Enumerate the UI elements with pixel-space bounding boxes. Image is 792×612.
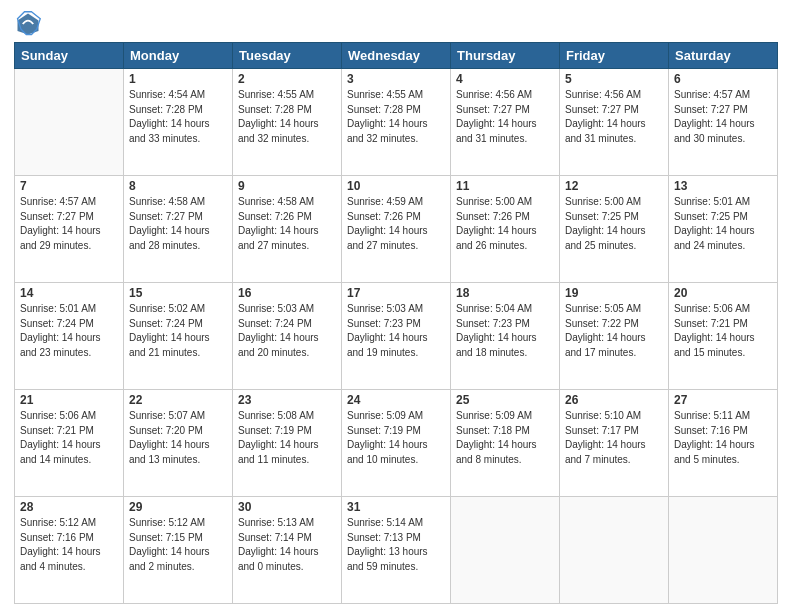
calendar-cell xyxy=(15,69,124,176)
cell-info: Sunrise: 4:59 AMSunset: 7:26 PMDaylight:… xyxy=(347,195,445,253)
cell-info: Sunrise: 4:54 AMSunset: 7:28 PMDaylight:… xyxy=(129,88,227,146)
calendar-cell xyxy=(451,497,560,604)
cell-info: Sunrise: 5:00 AMSunset: 7:25 PMDaylight:… xyxy=(565,195,663,253)
cell-info: Sunrise: 5:04 AMSunset: 7:23 PMDaylight:… xyxy=(456,302,554,360)
calendar-row-4: 28Sunrise: 5:12 AMSunset: 7:16 PMDayligh… xyxy=(15,497,778,604)
calendar-cell xyxy=(669,497,778,604)
day-number: 18 xyxy=(456,286,554,300)
day-number: 21 xyxy=(20,393,118,407)
cell-info: Sunrise: 4:58 AMSunset: 7:26 PMDaylight:… xyxy=(238,195,336,253)
cell-info: Sunrise: 4:57 AMSunset: 7:27 PMDaylight:… xyxy=(20,195,118,253)
day-number: 31 xyxy=(347,500,445,514)
calendar-cell xyxy=(560,497,669,604)
calendar-cell: 28Sunrise: 5:12 AMSunset: 7:16 PMDayligh… xyxy=(15,497,124,604)
cell-info: Sunrise: 4:57 AMSunset: 7:27 PMDaylight:… xyxy=(674,88,772,146)
calendar-cell: 30Sunrise: 5:13 AMSunset: 7:14 PMDayligh… xyxy=(233,497,342,604)
cell-info: Sunrise: 4:56 AMSunset: 7:27 PMDaylight:… xyxy=(565,88,663,146)
calendar-cell: 20Sunrise: 5:06 AMSunset: 7:21 PMDayligh… xyxy=(669,283,778,390)
cell-info: Sunrise: 5:11 AMSunset: 7:16 PMDaylight:… xyxy=(674,409,772,467)
cell-info: Sunrise: 4:55 AMSunset: 7:28 PMDaylight:… xyxy=(238,88,336,146)
day-number: 26 xyxy=(565,393,663,407)
col-header-friday: Friday xyxy=(560,43,669,69)
calendar-cell: 13Sunrise: 5:01 AMSunset: 7:25 PMDayligh… xyxy=(669,176,778,283)
calendar-cell: 2Sunrise: 4:55 AMSunset: 7:28 PMDaylight… xyxy=(233,69,342,176)
cell-info: Sunrise: 5:09 AMSunset: 7:18 PMDaylight:… xyxy=(456,409,554,467)
day-number: 29 xyxy=(129,500,227,514)
cell-info: Sunrise: 5:03 AMSunset: 7:23 PMDaylight:… xyxy=(347,302,445,360)
calendar-cell: 14Sunrise: 5:01 AMSunset: 7:24 PMDayligh… xyxy=(15,283,124,390)
day-number: 17 xyxy=(347,286,445,300)
calendar-cell: 21Sunrise: 5:06 AMSunset: 7:21 PMDayligh… xyxy=(15,390,124,497)
calendar-cell: 5Sunrise: 4:56 AMSunset: 7:27 PMDaylight… xyxy=(560,69,669,176)
calendar-row-0: 1Sunrise: 4:54 AMSunset: 7:28 PMDaylight… xyxy=(15,69,778,176)
calendar-cell: 31Sunrise: 5:14 AMSunset: 7:13 PMDayligh… xyxy=(342,497,451,604)
day-number: 11 xyxy=(456,179,554,193)
day-number: 22 xyxy=(129,393,227,407)
cell-info: Sunrise: 4:58 AMSunset: 7:27 PMDaylight:… xyxy=(129,195,227,253)
col-header-sunday: Sunday xyxy=(15,43,124,69)
calendar-table: SundayMondayTuesdayWednesdayThursdayFrid… xyxy=(14,42,778,604)
calendar-row-1: 7Sunrise: 4:57 AMSunset: 7:27 PMDaylight… xyxy=(15,176,778,283)
header xyxy=(14,10,778,38)
cell-info: Sunrise: 5:09 AMSunset: 7:19 PMDaylight:… xyxy=(347,409,445,467)
day-number: 5 xyxy=(565,72,663,86)
calendar-cell: 18Sunrise: 5:04 AMSunset: 7:23 PMDayligh… xyxy=(451,283,560,390)
calendar-row-2: 14Sunrise: 5:01 AMSunset: 7:24 PMDayligh… xyxy=(15,283,778,390)
calendar-cell: 17Sunrise: 5:03 AMSunset: 7:23 PMDayligh… xyxy=(342,283,451,390)
day-number: 15 xyxy=(129,286,227,300)
col-header-wednesday: Wednesday xyxy=(342,43,451,69)
day-number: 10 xyxy=(347,179,445,193)
calendar-cell: 29Sunrise: 5:12 AMSunset: 7:15 PMDayligh… xyxy=(124,497,233,604)
cell-info: Sunrise: 5:05 AMSunset: 7:22 PMDaylight:… xyxy=(565,302,663,360)
day-number: 28 xyxy=(20,500,118,514)
cell-info: Sunrise: 5:14 AMSunset: 7:13 PMDaylight:… xyxy=(347,516,445,574)
col-header-tuesday: Tuesday xyxy=(233,43,342,69)
page: SundayMondayTuesdayWednesdayThursdayFrid… xyxy=(0,0,792,612)
day-number: 25 xyxy=(456,393,554,407)
cell-info: Sunrise: 5:08 AMSunset: 7:19 PMDaylight:… xyxy=(238,409,336,467)
day-number: 9 xyxy=(238,179,336,193)
cell-info: Sunrise: 5:10 AMSunset: 7:17 PMDaylight:… xyxy=(565,409,663,467)
cell-info: Sunrise: 5:01 AMSunset: 7:25 PMDaylight:… xyxy=(674,195,772,253)
day-number: 16 xyxy=(238,286,336,300)
day-number: 7 xyxy=(20,179,118,193)
logo-icon xyxy=(14,10,42,38)
calendar-cell: 10Sunrise: 4:59 AMSunset: 7:26 PMDayligh… xyxy=(342,176,451,283)
calendar-cell: 25Sunrise: 5:09 AMSunset: 7:18 PMDayligh… xyxy=(451,390,560,497)
day-number: 3 xyxy=(347,72,445,86)
calendar-cell: 19Sunrise: 5:05 AMSunset: 7:22 PMDayligh… xyxy=(560,283,669,390)
day-number: 12 xyxy=(565,179,663,193)
logo xyxy=(14,10,46,38)
day-number: 27 xyxy=(674,393,772,407)
cell-info: Sunrise: 5:06 AMSunset: 7:21 PMDaylight:… xyxy=(20,409,118,467)
cell-info: Sunrise: 4:55 AMSunset: 7:28 PMDaylight:… xyxy=(347,88,445,146)
calendar-cell: 11Sunrise: 5:00 AMSunset: 7:26 PMDayligh… xyxy=(451,176,560,283)
cell-info: Sunrise: 5:07 AMSunset: 7:20 PMDaylight:… xyxy=(129,409,227,467)
day-number: 20 xyxy=(674,286,772,300)
cell-info: Sunrise: 5:13 AMSunset: 7:14 PMDaylight:… xyxy=(238,516,336,574)
calendar-cell: 9Sunrise: 4:58 AMSunset: 7:26 PMDaylight… xyxy=(233,176,342,283)
day-number: 8 xyxy=(129,179,227,193)
day-number: 13 xyxy=(674,179,772,193)
day-number: 14 xyxy=(20,286,118,300)
calendar-cell: 4Sunrise: 4:56 AMSunset: 7:27 PMDaylight… xyxy=(451,69,560,176)
calendar-cell: 6Sunrise: 4:57 AMSunset: 7:27 PMDaylight… xyxy=(669,69,778,176)
calendar-cell: 26Sunrise: 5:10 AMSunset: 7:17 PMDayligh… xyxy=(560,390,669,497)
col-header-thursday: Thursday xyxy=(451,43,560,69)
calendar-cell: 12Sunrise: 5:00 AMSunset: 7:25 PMDayligh… xyxy=(560,176,669,283)
calendar-cell: 24Sunrise: 5:09 AMSunset: 7:19 PMDayligh… xyxy=(342,390,451,497)
cell-info: Sunrise: 5:00 AMSunset: 7:26 PMDaylight:… xyxy=(456,195,554,253)
cell-info: Sunrise: 5:01 AMSunset: 7:24 PMDaylight:… xyxy=(20,302,118,360)
day-number: 30 xyxy=(238,500,336,514)
col-header-saturday: Saturday xyxy=(669,43,778,69)
calendar-cell: 22Sunrise: 5:07 AMSunset: 7:20 PMDayligh… xyxy=(124,390,233,497)
cell-info: Sunrise: 5:03 AMSunset: 7:24 PMDaylight:… xyxy=(238,302,336,360)
day-number: 2 xyxy=(238,72,336,86)
day-number: 4 xyxy=(456,72,554,86)
col-header-monday: Monday xyxy=(124,43,233,69)
calendar-cell: 27Sunrise: 5:11 AMSunset: 7:16 PMDayligh… xyxy=(669,390,778,497)
cell-info: Sunrise: 5:02 AMSunset: 7:24 PMDaylight:… xyxy=(129,302,227,360)
day-number: 24 xyxy=(347,393,445,407)
day-number: 23 xyxy=(238,393,336,407)
calendar-cell: 7Sunrise: 4:57 AMSunset: 7:27 PMDaylight… xyxy=(15,176,124,283)
